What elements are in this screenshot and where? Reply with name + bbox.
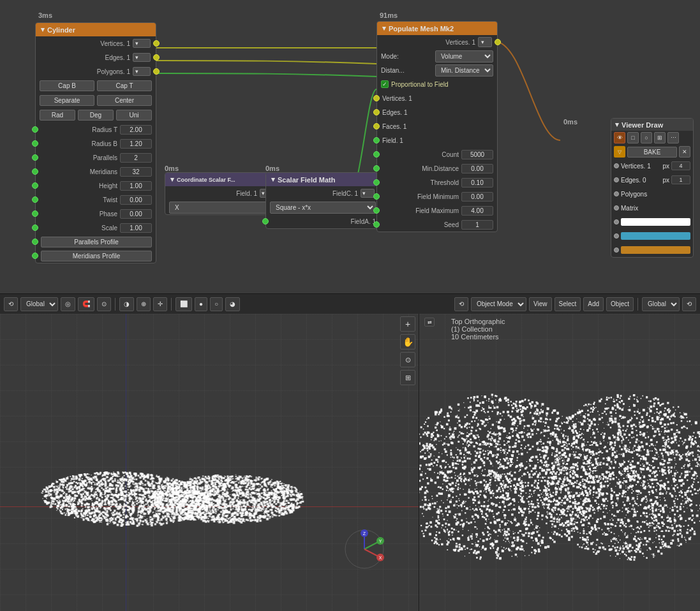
proportional-row: ✓ Proportional to Field: [377, 77, 497, 91]
cylinder-vertices-socket: [153, 40, 160, 47]
field-max-value[interactable]: 4.00: [461, 206, 493, 216]
meridians-socket: [32, 168, 38, 175]
select-menu-btn[interactable]: Select: [555, 297, 581, 311]
global-select-right[interactable]: Global: [642, 297, 680, 311]
center-button[interactable]: Center: [97, 95, 152, 106]
rad-button[interactable]: Rad: [40, 110, 75, 121]
count-label: Count: [382, 151, 459, 158]
transform-mode-btn[interactable]: ⟲: [4, 297, 18, 311]
viewer-grid-btn[interactable]: ⊞: [654, 132, 666, 144]
global-select[interactable]: Global: [20, 297, 58, 311]
grab-btn[interactable]: ✋: [400, 334, 415, 350]
bake-button[interactable]: BAKE: [627, 147, 677, 158]
radius-b-socket: [32, 140, 38, 147]
cylinder-collapse-icon[interactable]: ▾: [41, 26, 45, 34]
cylinder-edges-label: Edges. 1: [40, 54, 130, 61]
cylinder-title: Cylinder: [47, 26, 75, 34]
dolly-btn[interactable]: ⊙: [400, 352, 415, 367]
height-value[interactable]: 1.00: [120, 181, 152, 191]
scalar-math-collapse[interactable]: ▾: [271, 175, 275, 184]
coord-scalar-header: ▾ Coordinate Scalar F...: [165, 173, 279, 186]
deg-button[interactable]: Deg: [78, 110, 114, 121]
pop-vertices-out-dropdown[interactable]: ▾: [478, 37, 492, 47]
viewer-dots-btn[interactable]: ⋯: [667, 132, 679, 144]
overlays-btn[interactable]: ⊕: [137, 297, 151, 311]
viewer-cube-btn[interactable]: □: [627, 132, 639, 144]
scalar-math-time: 0ms: [265, 165, 279, 172]
cap-b-button[interactable]: Cap B: [40, 80, 94, 91]
viewport-layout-btn[interactable]: ⬜: [175, 297, 192, 311]
object-menu-btn[interactable]: Object: [606, 297, 634, 311]
scalar-math-title: Scalar Field Math: [278, 176, 335, 184]
phase-row: Phase 0.00: [36, 207, 156, 221]
count-value[interactable]: 5000: [461, 150, 493, 159]
twist-socket: [32, 196, 38, 203]
separate-button[interactable]: Separate: [40, 95, 94, 106]
field-min-value[interactable]: 0.00: [461, 192, 493, 202]
phase-value[interactable]: 0.00: [120, 209, 152, 219]
view-menu-btn[interactable]: View: [529, 297, 552, 311]
viewer-time: 0ms: [563, 118, 577, 126]
left-viewport[interactable]: Z Y X: [0, 314, 419, 611]
snap-btn[interactable]: 🧲: [78, 297, 94, 311]
right-viewport[interactable]: Top Orthographic (1) Collection 10 Centi…: [419, 314, 700, 611]
mode-select[interactable]: Volume Surface: [435, 50, 493, 63]
extra-btn[interactable]: ⟲: [682, 297, 696, 311]
parallels-profile-button[interactable]: Parallels Profile: [41, 237, 152, 247]
proportional-checkbox[interactable]: ✓: [381, 80, 389, 88]
min-distance-label: Min.Distance: [382, 165, 459, 172]
cylinder-polygons-dropdown[interactable]: ▾: [133, 67, 151, 76]
meridians-value[interactable]: 32: [120, 167, 152, 177]
parallels-label: Parallels: [41, 154, 117, 161]
distance-select[interactable]: Min. Distance: [435, 64, 493, 77]
threshold-value[interactable]: 0.10: [461, 178, 493, 188]
bake-extra-btn[interactable]: ✕: [679, 146, 690, 158]
shading-wire-btn[interactable]: ○: [210, 297, 223, 311]
toolbar-sep1: [115, 298, 115, 311]
cylinder-edges-dropdown[interactable]: ▾: [133, 53, 151, 62]
proportional-edit-btn[interactable]: ⊙: [97, 297, 111, 311]
populate-collapse[interactable]: ▾: [382, 24, 386, 33]
scalar-math-header: ▾ Scalar Field Math: [266, 173, 380, 186]
scale-value[interactable]: 1.00: [120, 223, 152, 233]
meridians-profile-button[interactable]: Meridians Profile: [41, 251, 152, 261]
viewer-vertices-px-value[interactable]: 4: [671, 161, 690, 170]
gizmos-btn[interactable]: ✛: [153, 297, 167, 311]
viewport-shading-btn[interactable]: ◑: [119, 297, 134, 311]
viewer-color2-socket: [614, 233, 619, 239]
field-c-dropdown[interactable]: ▾: [361, 189, 375, 198]
min-distance-value[interactable]: 0.00: [461, 164, 493, 173]
zoom-in-btn[interactable]: +: [400, 316, 415, 332]
twist-label: Twist: [41, 196, 117, 203]
viewer-edges-socket: [614, 177, 619, 182]
coord-scalar-collapse[interactable]: ▾: [170, 175, 174, 184]
viewer-draw-collapse[interactable]: ▾: [615, 121, 619, 129]
cylinder-vertices-label: Vertices. 1: [40, 40, 130, 47]
pivot-btn[interactable]: ◎: [61, 297, 75, 311]
viewer-circle-btn[interactable]: ○: [641, 132, 652, 144]
cap-t-button[interactable]: Cap T: [97, 80, 152, 91]
cylinder-vertices-dropdown[interactable]: ▾: [133, 39, 151, 48]
twist-value[interactable]: 0.00: [120, 195, 152, 205]
viewer-eye-btn[interactable]: 👁: [614, 132, 625, 144]
snap-type-btn[interactable]: ⟲: [454, 297, 468, 311]
parallels-socket: [32, 154, 38, 161]
distance-row: Distan... Min. Distance: [377, 63, 497, 77]
radius-t-value[interactable]: 2.00: [120, 125, 152, 135]
viewer-matrix-socket: [614, 205, 619, 210]
add-menu-btn[interactable]: Add: [583, 297, 604, 311]
scalar-func-select[interactable]: Square - x*x: [270, 202, 376, 214]
scalar-func-row: Square - x*x: [266, 200, 380, 214]
coord-axis-select[interactable]: X Y Z: [169, 202, 275, 214]
object-mode-select[interactable]: Object Mode: [471, 297, 526, 311]
seed-value[interactable]: 1: [461, 220, 493, 230]
persp-btn[interactable]: ⊞: [400, 370, 415, 385]
coordinate-scalar-node: ▾ Coordinate Scalar F... Field. 1 ▾ X Y …: [165, 172, 279, 215]
shading-mat-btn[interactable]: ◕: [225, 297, 240, 311]
shading-solid-btn[interactable]: ●: [195, 297, 207, 311]
parallels-value[interactable]: 2: [120, 153, 152, 163]
radius-b-value[interactable]: 1.20: [120, 139, 152, 149]
right-view-toggle[interactable]: ⇄: [424, 318, 435, 327]
uni-button[interactable]: Uni: [116, 110, 152, 121]
viewer-edges-px-value[interactable]: 1: [671, 175, 690, 184]
